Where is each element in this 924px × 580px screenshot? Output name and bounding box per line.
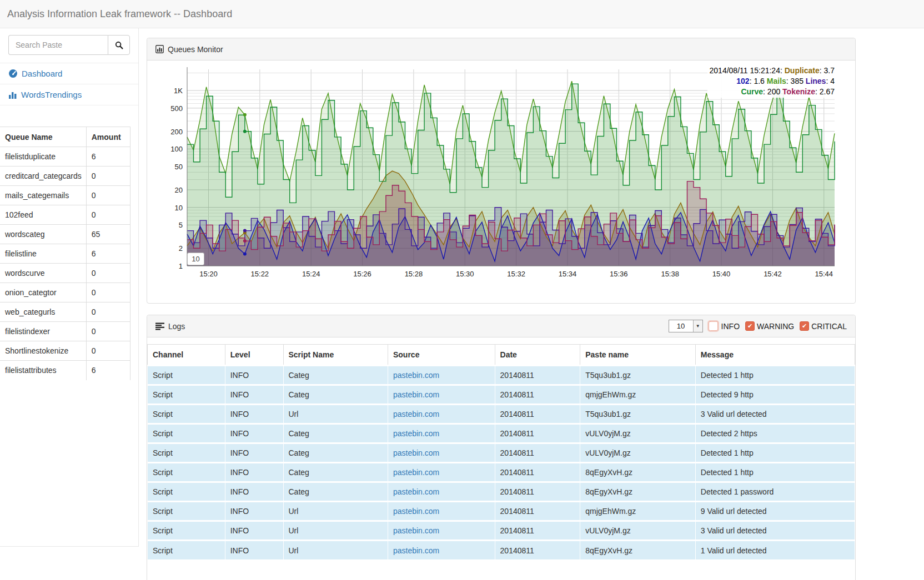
source-link[interactable]: pastebin.com — [393, 390, 439, 399]
log-cell: 3 Valid url detected — [695, 405, 855, 424]
page-size-select[interactable]: 10 ▼ — [669, 320, 703, 332]
queue-name-cell: filelistattributes — [0, 361, 86, 380]
navbar: Analysis Information Leak framework -- D… — [0, 0, 924, 28]
chart-range-label: 10 — [187, 253, 204, 265]
log-cell: INFO — [225, 366, 283, 385]
queue-name-cell: web_categurls — [0, 302, 86, 322]
log-row: ScriptINFOCategpastebin.com20140811qmjgE… — [148, 385, 855, 405]
panel-title: Logs — [168, 322, 185, 331]
log-row: ScriptINFOCategpastebin.com20140811vULV0… — [148, 443, 855, 463]
logs-table: ChannelLevelScript NameSourceDatePaste n… — [147, 344, 855, 560]
log-cell: Script — [148, 482, 225, 502]
log-cell: pastebin.com — [388, 502, 495, 521]
log-cell: Detected 1 http — [695, 366, 855, 385]
main-content: Queues Monitor 1K50020010050201052115:20… — [147, 28, 856, 580]
filter-label: CRITICAL — [811, 322, 847, 331]
source-link[interactable]: pastebin.com — [393, 487, 439, 496]
queue-name-cell: filelistindexer — [0, 322, 86, 341]
log-cell: vULV0yjM.gz — [580, 521, 696, 541]
svg-text:15:40: 15:40 — [712, 270, 731, 278]
source-link[interactable]: pastebin.com — [393, 448, 439, 457]
svg-text:10: 10 — [175, 204, 183, 212]
source-link[interactable]: pastebin.com — [393, 410, 439, 418]
queue-name-cell: creditcard_categcards — [0, 167, 86, 186]
queue-amount-cell: 0 — [86, 264, 130, 283]
log-cell: INFO — [225, 424, 283, 443]
queue-row: mails_categemails0 — [0, 186, 130, 205]
log-cell: Detected 1 http — [695, 443, 855, 463]
queue-name-cell: onion_categtor — [0, 283, 86, 302]
filter-critical[interactable]: ✔CRITICAL — [800, 321, 847, 331]
queue-name-cell: 102feed — [0, 205, 86, 225]
log-cell: qmjgEhWm.gz — [580, 502, 696, 521]
source-link[interactable]: pastebin.com — [393, 526, 439, 535]
log-cell: 8qEgyXvH.gz — [580, 541, 696, 560]
logs-table-header-row: ChannelLevelScript NameSourceDatePaste n… — [148, 345, 855, 366]
svg-text:15:38: 15:38 — [661, 270, 679, 278]
queue-amount-cell: 0 — [86, 205, 130, 225]
queue-table-header-row: Queue Name Amount — [0, 127, 130, 147]
page-size-value: 10 — [669, 320, 693, 332]
checkbox-checked-icon[interactable]: ✔ — [800, 321, 809, 331]
queue-amount-cell: 6 — [86, 244, 130, 264]
log-cell: 20140811 — [495, 463, 580, 482]
queue-row: filelistline6 — [0, 244, 130, 264]
log-row: ScriptINFOUrlpastebin.com20140811vULV0yj… — [148, 521, 855, 541]
log-row: ScriptINFOCategpastebin.com201408118qEgy… — [148, 482, 855, 502]
queue-row: wordscurve0 — [0, 264, 130, 283]
queue-name-cell: filelistduplicate — [0, 147, 86, 167]
svg-text:15:26: 15:26 — [353, 270, 371, 278]
queue-row: filelistattributes6 — [0, 361, 130, 380]
log-cell: Script — [148, 463, 225, 482]
queues-chart[interactable]: 1K50020010050201052115:2015:2215:2415:26… — [150, 64, 852, 300]
search-input[interactable] — [8, 35, 108, 55]
log-cell: Categ — [283, 366, 388, 385]
log-cell: INFO — [225, 463, 283, 482]
log-cell: vULV0yjM.gz — [580, 443, 696, 463]
svg-text:100: 100 — [170, 145, 183, 153]
log-cell: INFO — [225, 385, 283, 405]
log-cell: 20140811 — [495, 482, 580, 502]
sidebar-nav: Dashboard WordsTrendings — [0, 63, 138, 105]
sidebar-item-label: WordsTrendings — [21, 90, 82, 99]
log-cell: Script — [148, 405, 225, 424]
log-cell: 20140811 — [495, 443, 580, 463]
queue-name-cell: filelistline — [0, 244, 86, 264]
search-button[interactable] — [108, 35, 130, 55]
queue-row: onion_categtor0 — [0, 283, 130, 302]
log-cell: pastebin.com — [388, 366, 495, 385]
queues-monitor-header: Queues Monitor — [147, 38, 855, 60]
source-link[interactable]: pastebin.com — [393, 429, 439, 438]
sidebar-item-dashboard[interactable]: Dashboard — [0, 63, 138, 84]
queue-name-cell: wordscurve — [0, 264, 86, 283]
log-cell: INFO — [225, 541, 283, 560]
checkbox-checked-icon[interactable]: ✔ — [745, 321, 755, 331]
checkbox-unchecked-icon[interactable] — [709, 321, 718, 331]
queues-monitor-panel: Queues Monitor 1K50020010050201052115:20… — [147, 38, 856, 304]
log-row: ScriptINFOCategpastebin.com20140811T5qu3… — [148, 366, 855, 385]
filter-warning[interactable]: ✔WARNING — [745, 321, 794, 331]
logs-panel: Logs 10 ▼ INFO✔WARNING✔CRITICAL ChannelL… — [147, 315, 856, 580]
log-cell: Script — [148, 502, 225, 521]
amount-header: Amount — [86, 127, 130, 147]
search-icon — [115, 41, 123, 49]
svg-text:15:22: 15:22 — [251, 270, 269, 278]
sidebar-item-label: Dashboard — [22, 69, 62, 78]
svg-text:15:20: 15:20 — [199, 270, 218, 278]
log-cell: Script — [148, 424, 225, 443]
log-cell: Url — [283, 405, 388, 424]
source-link[interactable]: pastebin.com — [393, 507, 439, 516]
log-cell: 8qEgyXvH.gz — [580, 463, 696, 482]
source-link[interactable]: pastebin.com — [393, 371, 439, 380]
source-link[interactable]: pastebin.com — [393, 546, 439, 555]
logs-controls: 10 ▼ INFO✔WARNING✔CRITICAL — [669, 320, 847, 332]
log-cell: 20140811 — [495, 385, 580, 405]
sidebar-item-wordstrendings[interactable]: WordsTrendings — [0, 84, 138, 105]
log-cell: Script — [148, 366, 225, 385]
filter-info[interactable]: INFO — [707, 320, 740, 332]
svg-text:15:44: 15:44 — [815, 270, 833, 278]
svg-text:15:42: 15:42 — [764, 270, 782, 278]
log-cell: 20140811 — [495, 541, 580, 560]
source-link[interactable]: pastebin.com — [393, 468, 439, 477]
log-cell: Categ — [283, 463, 388, 482]
